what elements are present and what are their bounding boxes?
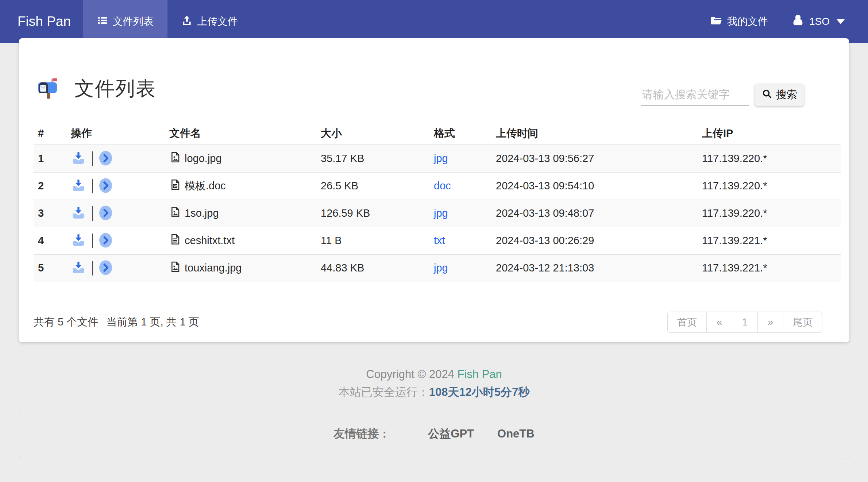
row-actions xyxy=(71,260,161,276)
title-wrap: 文件列表 xyxy=(36,76,156,102)
file-format-link[interactable]: jpg xyxy=(434,262,448,274)
my-files-link[interactable]: 我的文件 xyxy=(710,14,768,29)
upload-time: 2024-03-13 09:54:10 xyxy=(491,172,698,200)
open-file-button[interactable] xyxy=(99,260,112,276)
file-count-summary: 共有 5 个文件 当前第 1 页, 共 1 页 xyxy=(34,315,199,329)
first-page-button[interactable]: 首页 xyxy=(667,312,707,333)
col-upload-time: 上传时间 xyxy=(491,122,698,145)
file-size: 44.83 KB xyxy=(316,254,429,282)
table-row: 4 ceshitxt.txt 1 xyxy=(34,227,841,254)
table-header-row: # 操作 文件名 大小 格式 上传时间 上传IP xyxy=(34,122,841,145)
download-button[interactable] xyxy=(71,150,86,167)
nav-spacer xyxy=(252,0,710,43)
last-page-button[interactable]: 尾页 xyxy=(783,312,822,333)
download-button[interactable] xyxy=(71,205,86,221)
list-icon xyxy=(97,15,108,28)
brand-logo[interactable]: Fish Pan xyxy=(0,0,83,43)
total-files-text: 共有 5 个文件 xyxy=(34,315,98,329)
row-index: 1 xyxy=(34,145,66,172)
action-divider xyxy=(92,179,93,193)
chevron-down-icon xyxy=(837,19,845,24)
file-table: # 操作 文件名 大小 格式 上传时间 上传IP 1 xyxy=(34,122,841,282)
image-file-icon xyxy=(169,261,181,275)
table-row: 2 W 模板.doc 26.5 K xyxy=(34,172,841,200)
chevron-right-circle-icon xyxy=(99,151,112,167)
row-actions xyxy=(71,205,161,221)
folder-open-icon xyxy=(710,14,722,29)
uptime-label: 本站已安全运行： xyxy=(339,386,429,398)
upload-ip: 117.139.221.* xyxy=(698,227,841,254)
download-button[interactable] xyxy=(71,260,86,276)
chevron-right-circle-icon xyxy=(99,233,112,249)
chevron-right-circle-icon xyxy=(99,178,112,194)
footer-brand-link[interactable]: Fish Pan xyxy=(457,368,502,381)
prev-page-button[interactable]: « xyxy=(707,312,732,333)
row-index: 5 xyxy=(34,254,66,282)
upload-time: 2024-03-12 21:13:03 xyxy=(491,254,698,282)
file-name: logo.jpg xyxy=(185,153,222,165)
friend-link[interactable]: 公益GPT xyxy=(428,426,474,441)
nav-tabs: 文件列表 上传文件 xyxy=(83,0,252,43)
col-actions: 操作 xyxy=(66,122,165,145)
upload-icon xyxy=(181,15,192,28)
open-file-button[interactable] xyxy=(99,233,112,249)
my-files-label: 我的文件 xyxy=(727,15,768,28)
search-button-label: 搜索 xyxy=(776,88,797,102)
page-title: 文件列表 xyxy=(74,76,156,102)
file-format-link[interactable]: doc xyxy=(434,180,451,192)
tab-upload-file[interactable]: 上传文件 xyxy=(167,0,252,43)
download-button[interactable] xyxy=(71,178,86,194)
mailbox-icon xyxy=(36,76,61,102)
navbar: Fish Pan 文件列表 上传文件 我的文件 1SO xyxy=(0,0,868,43)
table-row: 3 1so.jpg 126.59 xyxy=(34,200,841,227)
row-index: 2 xyxy=(34,172,66,200)
card-footer: 共有 5 个文件 当前第 1 页, 共 1 页 首页«1»尾页 xyxy=(34,312,834,333)
qq-penguin-icon xyxy=(791,14,805,30)
file-format-link[interactable]: jpg xyxy=(434,207,448,219)
download-icon xyxy=(71,178,86,194)
row-index: 3 xyxy=(34,200,66,227)
upload-ip: 117.139.220.* xyxy=(698,200,841,227)
page-1-button[interactable]: 1 xyxy=(732,312,758,333)
col-format: 格式 xyxy=(429,122,491,145)
action-divider xyxy=(92,261,93,275)
friend-link[interactable]: OneTB xyxy=(497,427,535,440)
col-upload-ip: 上传IP xyxy=(698,122,841,145)
copyright-line: Copyright © 2024 Fish Pan xyxy=(0,368,868,381)
search-input[interactable] xyxy=(641,84,749,106)
magnifier-icon xyxy=(761,88,772,102)
tab-file-list-label: 文件列表 xyxy=(113,15,154,28)
file-table-body: 1 logo.jpg 35.17 xyxy=(34,145,841,282)
upload-ip: 117.139.220.* xyxy=(698,172,841,200)
tab-file-list[interactable]: 文件列表 xyxy=(83,0,167,43)
word-file-icon: W xyxy=(169,179,181,193)
open-file-button[interactable] xyxy=(99,151,112,167)
row-actions xyxy=(71,150,161,167)
col-size: 大小 xyxy=(316,122,429,145)
open-file-button[interactable] xyxy=(99,178,112,194)
file-format-link[interactable]: jpg xyxy=(434,153,448,164)
uptime-value: 108天12小时5分7秒 xyxy=(429,386,530,398)
search-wrap: 搜索 xyxy=(641,84,804,106)
next-page-button[interactable]: » xyxy=(758,312,783,333)
search-button[interactable]: 搜索 xyxy=(755,84,804,106)
uptime-line: 本站已安全运行：108天12小时5分7秒 xyxy=(0,385,868,400)
col-index: # xyxy=(34,122,66,145)
current-page-text: 当前第 1 页, 共 1 页 xyxy=(106,315,199,329)
action-divider xyxy=(92,206,93,221)
table-row: 5 touxiang.jpg 4 xyxy=(34,254,841,282)
upload-ip: 117.139.220.* xyxy=(698,145,841,172)
friend-links-panel: 友情链接： 公益GPTOneTB xyxy=(19,409,849,459)
download-button[interactable] xyxy=(71,232,86,249)
file-name: ceshitxt.txt xyxy=(185,235,235,247)
file-format-link[interactable]: txt xyxy=(434,235,445,246)
upload-ip: 117.139.221.* xyxy=(698,254,841,282)
nav-right: 我的文件 1SO xyxy=(710,0,868,43)
svg-text:W: W xyxy=(174,184,177,188)
row-index: 4 xyxy=(34,227,66,254)
open-file-button[interactable] xyxy=(99,205,112,221)
download-icon xyxy=(71,205,86,221)
user-menu[interactable]: 1SO xyxy=(791,14,845,30)
file-size: 126.59 KB xyxy=(316,200,429,227)
chevron-right-circle-icon xyxy=(99,260,112,276)
